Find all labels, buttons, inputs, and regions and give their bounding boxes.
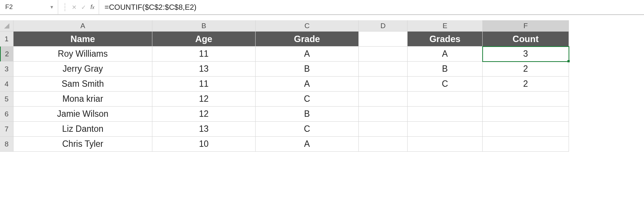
cell-F4[interactable]: 2 xyxy=(483,77,569,92)
cell-B8[interactable]: 10 xyxy=(152,137,256,152)
formula-input[interactable]: =COUNTIF($C$2:$C$8,E2) xyxy=(99,0,644,14)
fx-icon[interactable]: fx xyxy=(90,4,94,11)
col-header-E[interactable]: E xyxy=(408,20,483,32)
col-header-A[interactable]: A xyxy=(14,20,152,32)
header-cell-name[interactable]: Name xyxy=(14,32,152,47)
cell-D8[interactable] xyxy=(359,137,408,152)
cell-E3[interactable]: B xyxy=(408,62,483,77)
cell-C7[interactable]: C xyxy=(256,122,359,137)
cell-C5[interactable]: C xyxy=(256,92,359,107)
cell-A2[interactable]: Roy Williams xyxy=(14,47,152,62)
cell-D2[interactable] xyxy=(359,47,408,62)
col-header-F[interactable]: F xyxy=(483,20,569,32)
cell-B6[interactable]: 12 xyxy=(152,107,256,122)
cell-B2[interactable]: 11 xyxy=(152,47,256,62)
name-box-container: F2 ▼ xyxy=(0,0,58,14)
cell-E7[interactable] xyxy=(408,122,483,137)
cell-E8[interactable] xyxy=(408,137,483,152)
header-cell-grade[interactable]: Grade xyxy=(256,32,359,47)
cell-A6[interactable]: Jamie Wilson xyxy=(14,107,152,122)
header-cell-age[interactable]: Age xyxy=(152,32,256,47)
cell-F6[interactable] xyxy=(483,107,569,122)
cell-E4[interactable]: C xyxy=(408,77,483,92)
header-cell-grades[interactable]: Grades xyxy=(408,32,483,47)
cell-A3[interactable]: Jerry Gray xyxy=(14,62,152,77)
col-header-D[interactable]: D xyxy=(359,20,408,32)
cell-A7[interactable]: Liz Danton xyxy=(14,122,152,137)
cell-E6[interactable] xyxy=(408,107,483,122)
name-box[interactable]: F2 xyxy=(3,3,49,11)
row-header-7[interactable]: 7 xyxy=(0,122,14,137)
cell-C3[interactable]: B xyxy=(256,62,359,77)
row-header-3[interactable]: 3 xyxy=(0,62,14,77)
cell-A8[interactable]: Chris Tyler xyxy=(14,137,152,152)
cell-B5[interactable]: 12 xyxy=(152,92,256,107)
formula-buttons: ┆ ✕ ✓ fx xyxy=(58,0,99,14)
cell-C6[interactable]: B xyxy=(256,107,359,122)
cell-B4[interactable]: 11 xyxy=(152,77,256,92)
row-header-6[interactable]: 6 xyxy=(0,107,14,122)
cell-A5[interactable]: Mona kriar xyxy=(14,92,152,107)
row-header-5[interactable]: 5 xyxy=(0,92,14,107)
name-box-dropdown-icon[interactable]: ▼ xyxy=(49,5,55,10)
cell-C2[interactable]: A xyxy=(256,47,359,62)
spreadsheet-grid: A B C D E F 1 Name Age Grade Grades Coun… xyxy=(0,20,644,152)
enter-icon[interactable]: ✓ xyxy=(81,4,86,11)
cell-F8[interactable] xyxy=(483,137,569,152)
col-header-B[interactable]: B xyxy=(152,20,256,32)
svg-marker-0 xyxy=(4,23,9,29)
cell-D7[interactable] xyxy=(359,122,408,137)
select-all-corner[interactable] xyxy=(0,20,14,32)
cancel-icon[interactable]: ✕ xyxy=(72,4,77,11)
row-header-4[interactable]: 4 xyxy=(0,77,14,92)
formula-bar: F2 ▼ ┆ ✕ ✓ fx =COUNTIF($C$2:$C$8,E2) xyxy=(0,0,644,15)
cell-C8[interactable]: A xyxy=(256,137,359,152)
cell-C4[interactable]: A xyxy=(256,77,359,92)
row-header-2[interactable]: 2 xyxy=(0,47,14,62)
row-header-1[interactable]: 1 xyxy=(0,32,14,47)
cell-E5[interactable] xyxy=(408,92,483,107)
cell-D5[interactable] xyxy=(359,92,408,107)
cell-A4[interactable]: Sam Smith xyxy=(14,77,152,92)
row-header-8[interactable]: 8 xyxy=(0,137,14,152)
cell-F5[interactable] xyxy=(483,92,569,107)
cell-F2[interactable]: 3 xyxy=(483,47,569,62)
header-cell-count[interactable]: Count xyxy=(483,32,569,47)
cell-D6[interactable] xyxy=(359,107,408,122)
cell-D1[interactable] xyxy=(359,32,408,47)
col-header-C[interactable]: C xyxy=(256,20,359,32)
cell-F7[interactable] xyxy=(483,122,569,137)
cell-D3[interactable] xyxy=(359,62,408,77)
cell-D4[interactable] xyxy=(359,77,408,92)
cell-E2[interactable]: A xyxy=(408,47,483,62)
cell-B3[interactable]: 13 xyxy=(152,62,256,77)
cell-B7[interactable]: 13 xyxy=(152,122,256,137)
separator-icon: ┆ xyxy=(63,3,67,12)
cell-F3[interactable]: 2 xyxy=(483,62,569,77)
